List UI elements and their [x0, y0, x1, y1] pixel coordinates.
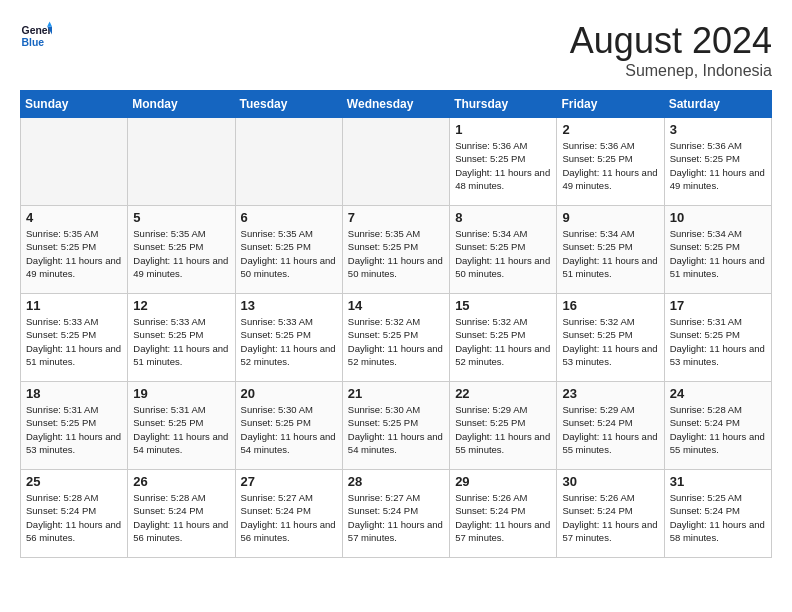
day-number: 20: [241, 386, 337, 401]
day-cell-17: 17Sunrise: 5:31 AMSunset: 5:25 PMDayligh…: [664, 294, 771, 382]
logo-icon: General Blue: [20, 20, 52, 52]
day-info: Sunrise: 5:31 AMSunset: 5:25 PMDaylight:…: [26, 403, 122, 456]
header-tuesday: Tuesday: [235, 91, 342, 118]
day-cell-24: 24Sunrise: 5:28 AMSunset: 5:24 PMDayligh…: [664, 382, 771, 470]
day-info: Sunrise: 5:34 AMSunset: 5:25 PMDaylight:…: [562, 227, 658, 280]
day-cell-12: 12Sunrise: 5:33 AMSunset: 5:25 PMDayligh…: [128, 294, 235, 382]
day-cell-25: 25Sunrise: 5:28 AMSunset: 5:24 PMDayligh…: [21, 470, 128, 558]
day-info: Sunrise: 5:35 AMSunset: 5:25 PMDaylight:…: [348, 227, 444, 280]
day-cell-31: 31Sunrise: 5:25 AMSunset: 5:24 PMDayligh…: [664, 470, 771, 558]
day-number: 21: [348, 386, 444, 401]
header-friday: Friday: [557, 91, 664, 118]
day-cell-26: 26Sunrise: 5:28 AMSunset: 5:24 PMDayligh…: [128, 470, 235, 558]
day-info: Sunrise: 5:33 AMSunset: 5:25 PMDaylight:…: [133, 315, 229, 368]
day-cell-22: 22Sunrise: 5:29 AMSunset: 5:25 PMDayligh…: [450, 382, 557, 470]
day-cell-20: 20Sunrise: 5:30 AMSunset: 5:25 PMDayligh…: [235, 382, 342, 470]
day-number: 29: [455, 474, 551, 489]
day-cell-5: 5Sunrise: 5:35 AMSunset: 5:25 PMDaylight…: [128, 206, 235, 294]
svg-text:Blue: Blue: [22, 37, 45, 48]
day-cell-empty: [235, 118, 342, 206]
title-block: August 2024 Sumenep, Indonesia: [570, 20, 772, 80]
week-row-2: 4Sunrise: 5:35 AMSunset: 5:25 PMDaylight…: [21, 206, 772, 294]
day-cell-23: 23Sunrise: 5:29 AMSunset: 5:24 PMDayligh…: [557, 382, 664, 470]
day-info: Sunrise: 5:26 AMSunset: 5:24 PMDaylight:…: [562, 491, 658, 544]
day-info: Sunrise: 5:33 AMSunset: 5:25 PMDaylight:…: [241, 315, 337, 368]
day-number: 1: [455, 122, 551, 137]
day-info: Sunrise: 5:27 AMSunset: 5:24 PMDaylight:…: [241, 491, 337, 544]
day-number: 14: [348, 298, 444, 313]
header-row: SundayMondayTuesdayWednesdayThursdayFrid…: [21, 91, 772, 118]
day-info: Sunrise: 5:34 AMSunset: 5:25 PMDaylight:…: [670, 227, 766, 280]
day-cell-9: 9Sunrise: 5:34 AMSunset: 5:25 PMDaylight…: [557, 206, 664, 294]
day-number: 25: [26, 474, 122, 489]
day-number: 17: [670, 298, 766, 313]
header-sunday: Sunday: [21, 91, 128, 118]
day-number: 16: [562, 298, 658, 313]
day-number: 23: [562, 386, 658, 401]
day-number: 13: [241, 298, 337, 313]
day-number: 9: [562, 210, 658, 225]
day-info: Sunrise: 5:35 AMSunset: 5:25 PMDaylight:…: [26, 227, 122, 280]
day-info: Sunrise: 5:32 AMSunset: 5:25 PMDaylight:…: [348, 315, 444, 368]
day-cell-16: 16Sunrise: 5:32 AMSunset: 5:25 PMDayligh…: [557, 294, 664, 382]
day-info: Sunrise: 5:30 AMSunset: 5:25 PMDaylight:…: [241, 403, 337, 456]
header-monday: Monday: [128, 91, 235, 118]
day-number: 3: [670, 122, 766, 137]
day-cell-7: 7Sunrise: 5:35 AMSunset: 5:25 PMDaylight…: [342, 206, 449, 294]
day-info: Sunrise: 5:31 AMSunset: 5:25 PMDaylight:…: [133, 403, 229, 456]
day-info: Sunrise: 5:32 AMSunset: 5:25 PMDaylight:…: [455, 315, 551, 368]
week-row-1: 1Sunrise: 5:36 AMSunset: 5:25 PMDaylight…: [21, 118, 772, 206]
day-number: 15: [455, 298, 551, 313]
day-cell-27: 27Sunrise: 5:27 AMSunset: 5:24 PMDayligh…: [235, 470, 342, 558]
day-number: 11: [26, 298, 122, 313]
day-cell-13: 13Sunrise: 5:33 AMSunset: 5:25 PMDayligh…: [235, 294, 342, 382]
day-info: Sunrise: 5:29 AMSunset: 5:25 PMDaylight:…: [455, 403, 551, 456]
day-cell-6: 6Sunrise: 5:35 AMSunset: 5:25 PMDaylight…: [235, 206, 342, 294]
day-cell-29: 29Sunrise: 5:26 AMSunset: 5:24 PMDayligh…: [450, 470, 557, 558]
day-info: Sunrise: 5:36 AMSunset: 5:25 PMDaylight:…: [562, 139, 658, 192]
day-info: Sunrise: 5:36 AMSunset: 5:25 PMDaylight:…: [455, 139, 551, 192]
day-number: 10: [670, 210, 766, 225]
day-info: Sunrise: 5:34 AMSunset: 5:25 PMDaylight:…: [455, 227, 551, 280]
day-number: 8: [455, 210, 551, 225]
day-info: Sunrise: 5:28 AMSunset: 5:24 PMDaylight:…: [26, 491, 122, 544]
page-header: General Blue August 2024 Sumenep, Indone…: [20, 20, 772, 80]
page-subtitle: Sumenep, Indonesia: [570, 62, 772, 80]
day-cell-4: 4Sunrise: 5:35 AMSunset: 5:25 PMDaylight…: [21, 206, 128, 294]
day-info: Sunrise: 5:31 AMSunset: 5:25 PMDaylight:…: [670, 315, 766, 368]
day-cell-11: 11Sunrise: 5:33 AMSunset: 5:25 PMDayligh…: [21, 294, 128, 382]
day-cell-empty: [342, 118, 449, 206]
day-number: 31: [670, 474, 766, 489]
day-cell-10: 10Sunrise: 5:34 AMSunset: 5:25 PMDayligh…: [664, 206, 771, 294]
day-info: Sunrise: 5:32 AMSunset: 5:25 PMDaylight:…: [562, 315, 658, 368]
day-number: 5: [133, 210, 229, 225]
day-number: 12: [133, 298, 229, 313]
week-row-3: 11Sunrise: 5:33 AMSunset: 5:25 PMDayligh…: [21, 294, 772, 382]
calendar-table: SundayMondayTuesdayWednesdayThursdayFrid…: [20, 90, 772, 558]
day-info: Sunrise: 5:33 AMSunset: 5:25 PMDaylight:…: [26, 315, 122, 368]
day-number: 19: [133, 386, 229, 401]
day-info: Sunrise: 5:36 AMSunset: 5:25 PMDaylight:…: [670, 139, 766, 192]
day-cell-30: 30Sunrise: 5:26 AMSunset: 5:24 PMDayligh…: [557, 470, 664, 558]
day-number: 22: [455, 386, 551, 401]
day-number: 30: [562, 474, 658, 489]
week-row-5: 25Sunrise: 5:28 AMSunset: 5:24 PMDayligh…: [21, 470, 772, 558]
day-cell-18: 18Sunrise: 5:31 AMSunset: 5:25 PMDayligh…: [21, 382, 128, 470]
day-info: Sunrise: 5:26 AMSunset: 5:24 PMDaylight:…: [455, 491, 551, 544]
svg-text:General: General: [22, 25, 52, 36]
day-info: Sunrise: 5:25 AMSunset: 5:24 PMDaylight:…: [670, 491, 766, 544]
day-cell-28: 28Sunrise: 5:27 AMSunset: 5:24 PMDayligh…: [342, 470, 449, 558]
day-cell-empty: [128, 118, 235, 206]
day-cell-19: 19Sunrise: 5:31 AMSunset: 5:25 PMDayligh…: [128, 382, 235, 470]
day-info: Sunrise: 5:28 AMSunset: 5:24 PMDaylight:…: [133, 491, 229, 544]
logo: General Blue: [20, 20, 52, 52]
day-number: 4: [26, 210, 122, 225]
day-number: 7: [348, 210, 444, 225]
day-cell-14: 14Sunrise: 5:32 AMSunset: 5:25 PMDayligh…: [342, 294, 449, 382]
day-info: Sunrise: 5:35 AMSunset: 5:25 PMDaylight:…: [241, 227, 337, 280]
week-row-4: 18Sunrise: 5:31 AMSunset: 5:25 PMDayligh…: [21, 382, 772, 470]
day-cell-21: 21Sunrise: 5:30 AMSunset: 5:25 PMDayligh…: [342, 382, 449, 470]
day-number: 28: [348, 474, 444, 489]
day-info: Sunrise: 5:30 AMSunset: 5:25 PMDaylight:…: [348, 403, 444, 456]
day-number: 2: [562, 122, 658, 137]
